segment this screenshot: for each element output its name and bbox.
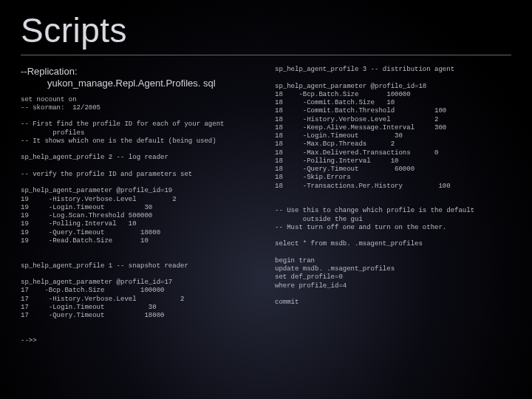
subhead-line1: --Replication: (21, 66, 78, 77)
left-code-block: set nocount on -- skorman: 12/2005 -- Fi… (21, 96, 257, 346)
page-title: Scripts (21, 10, 511, 50)
right-column: sp_help_agent_profile 3 -- distribution … (275, 66, 511, 345)
divider (21, 55, 511, 55)
left-column: --Replication: yukon_manage.Repl.Agent.P… (21, 66, 257, 345)
left-subhead: --Replication: yukon_manage.Repl.Agent.P… (21, 66, 257, 90)
right-code-block: sp_help_agent_profile 3 -- distribution … (275, 66, 511, 307)
slide: Scripts --Replication: yukon_manage.Repl… (0, 0, 532, 399)
subhead-line2: yukon_manage.Repl.Agent.Profiles. sql (21, 78, 257, 89)
columns: --Replication: yukon_manage.Repl.Agent.P… (21, 66, 511, 345)
